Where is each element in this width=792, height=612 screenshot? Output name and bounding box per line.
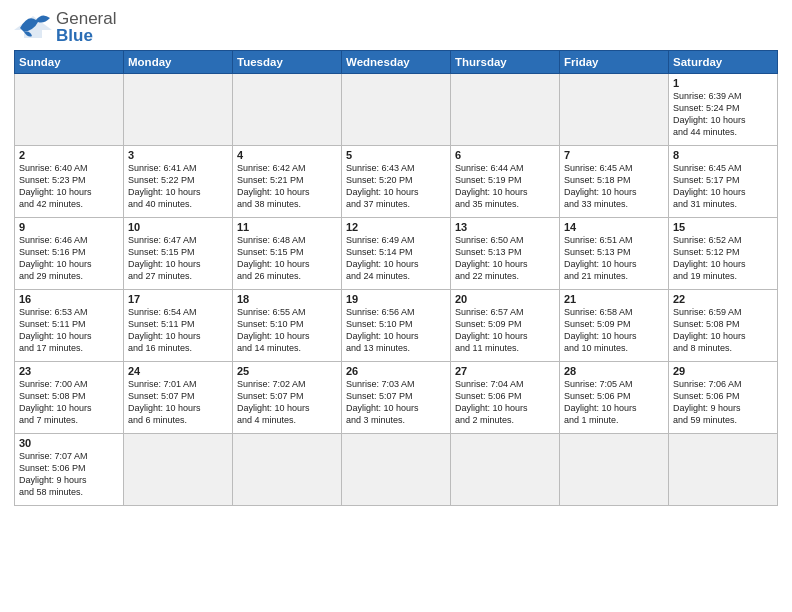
day-number: 18 [237, 293, 337, 305]
day-number: 26 [346, 365, 446, 377]
weekday-friday: Friday [560, 51, 669, 74]
day-number: 14 [564, 221, 664, 233]
day-number: 25 [237, 365, 337, 377]
week-row: 16Sunrise: 6:53 AM Sunset: 5:11 PM Dayli… [15, 290, 778, 362]
calendar-cell [124, 434, 233, 506]
day-number: 7 [564, 149, 664, 161]
calendar-cell: 25Sunrise: 7:02 AM Sunset: 5:07 PM Dayli… [233, 362, 342, 434]
cell-info: Sunrise: 6:40 AM Sunset: 5:23 PM Dayligh… [19, 162, 119, 211]
calendar-cell: 18Sunrise: 6:55 AM Sunset: 5:10 PM Dayli… [233, 290, 342, 362]
calendar-cell [560, 74, 669, 146]
cell-info: Sunrise: 7:00 AM Sunset: 5:08 PM Dayligh… [19, 378, 119, 427]
day-number: 2 [19, 149, 119, 161]
day-number: 24 [128, 365, 228, 377]
weekday-saturday: Saturday [669, 51, 778, 74]
calendar-cell: 14Sunrise: 6:51 AM Sunset: 5:13 PM Dayli… [560, 218, 669, 290]
logo-text: General Blue [14, 10, 116, 44]
calendar-cell: 16Sunrise: 6:53 AM Sunset: 5:11 PM Dayli… [15, 290, 124, 362]
cell-info: Sunrise: 6:53 AM Sunset: 5:11 PM Dayligh… [19, 306, 119, 355]
calendar-cell: 7Sunrise: 6:45 AM Sunset: 5:18 PM Daylig… [560, 146, 669, 218]
calendar-cell: 28Sunrise: 7:05 AM Sunset: 5:06 PM Dayli… [560, 362, 669, 434]
calendar-cell: 5Sunrise: 6:43 AM Sunset: 5:20 PM Daylig… [342, 146, 451, 218]
cell-info: Sunrise: 7:02 AM Sunset: 5:07 PM Dayligh… [237, 378, 337, 427]
cell-info: Sunrise: 6:41 AM Sunset: 5:22 PM Dayligh… [128, 162, 228, 211]
calendar-cell: 2Sunrise: 6:40 AM Sunset: 5:23 PM Daylig… [15, 146, 124, 218]
cell-info: Sunrise: 6:51 AM Sunset: 5:13 PM Dayligh… [564, 234, 664, 283]
day-number: 15 [673, 221, 773, 233]
day-number: 8 [673, 149, 773, 161]
logo-general: General [56, 10, 116, 27]
calendar-cell [560, 434, 669, 506]
day-number: 22 [673, 293, 773, 305]
cell-info: Sunrise: 6:50 AM Sunset: 5:13 PM Dayligh… [455, 234, 555, 283]
day-number: 29 [673, 365, 773, 377]
calendar-cell: 21Sunrise: 6:58 AM Sunset: 5:09 PM Dayli… [560, 290, 669, 362]
calendar-cell: 15Sunrise: 6:52 AM Sunset: 5:12 PM Dayli… [669, 218, 778, 290]
calendar-cell: 22Sunrise: 6:59 AM Sunset: 5:08 PM Dayli… [669, 290, 778, 362]
calendar-cell: 9Sunrise: 6:46 AM Sunset: 5:16 PM Daylig… [15, 218, 124, 290]
cell-info: Sunrise: 6:45 AM Sunset: 5:17 PM Dayligh… [673, 162, 773, 211]
calendar-cell [15, 74, 124, 146]
calendar-cell: 19Sunrise: 6:56 AM Sunset: 5:10 PM Dayli… [342, 290, 451, 362]
cell-info: Sunrise: 6:45 AM Sunset: 5:18 PM Dayligh… [564, 162, 664, 211]
day-number: 12 [346, 221, 446, 233]
day-number: 3 [128, 149, 228, 161]
calendar-cell: 29Sunrise: 7:06 AM Sunset: 5:06 PM Dayli… [669, 362, 778, 434]
calendar-cell: 13Sunrise: 6:50 AM Sunset: 5:13 PM Dayli… [451, 218, 560, 290]
cell-info: Sunrise: 6:57 AM Sunset: 5:09 PM Dayligh… [455, 306, 555, 355]
calendar-cell: 24Sunrise: 7:01 AM Sunset: 5:07 PM Dayli… [124, 362, 233, 434]
weekday-sunday: Sunday [15, 51, 124, 74]
calendar-cell [342, 74, 451, 146]
cell-info: Sunrise: 7:04 AM Sunset: 5:06 PM Dayligh… [455, 378, 555, 427]
day-number: 21 [564, 293, 664, 305]
day-number: 4 [237, 149, 337, 161]
calendar-cell: 30Sunrise: 7:07 AM Sunset: 5:06 PM Dayli… [15, 434, 124, 506]
calendar-cell: 12Sunrise: 6:49 AM Sunset: 5:14 PM Dayli… [342, 218, 451, 290]
day-number: 13 [455, 221, 555, 233]
day-number: 6 [455, 149, 555, 161]
cell-info: Sunrise: 6:44 AM Sunset: 5:19 PM Dayligh… [455, 162, 555, 211]
cell-info: Sunrise: 6:39 AM Sunset: 5:24 PM Dayligh… [673, 90, 773, 139]
calendar-cell: 23Sunrise: 7:00 AM Sunset: 5:08 PM Dayli… [15, 362, 124, 434]
calendar-cell [124, 74, 233, 146]
calendar-cell [669, 434, 778, 506]
page: General Blue SundayMondayTuesdayWednesda… [0, 0, 792, 612]
day-number: 19 [346, 293, 446, 305]
cell-info: Sunrise: 6:56 AM Sunset: 5:10 PM Dayligh… [346, 306, 446, 355]
calendar-cell: 3Sunrise: 6:41 AM Sunset: 5:22 PM Daylig… [124, 146, 233, 218]
weekday-thursday: Thursday [451, 51, 560, 74]
cell-info: Sunrise: 6:49 AM Sunset: 5:14 PM Dayligh… [346, 234, 446, 283]
cell-info: Sunrise: 6:42 AM Sunset: 5:21 PM Dayligh… [237, 162, 337, 211]
week-row: 23Sunrise: 7:00 AM Sunset: 5:08 PM Dayli… [15, 362, 778, 434]
weekday-wednesday: Wednesday [342, 51, 451, 74]
logo-blue-text: Blue [56, 27, 116, 44]
day-number: 10 [128, 221, 228, 233]
cell-info: Sunrise: 6:48 AM Sunset: 5:15 PM Dayligh… [237, 234, 337, 283]
cell-info: Sunrise: 6:55 AM Sunset: 5:10 PM Dayligh… [237, 306, 337, 355]
weekday-monday: Monday [124, 51, 233, 74]
cell-info: Sunrise: 7:07 AM Sunset: 5:06 PM Dayligh… [19, 450, 119, 499]
header: General Blue [14, 10, 778, 44]
weekday-tuesday: Tuesday [233, 51, 342, 74]
cell-info: Sunrise: 7:05 AM Sunset: 5:06 PM Dayligh… [564, 378, 664, 427]
calendar-cell: 27Sunrise: 7:04 AM Sunset: 5:06 PM Dayli… [451, 362, 560, 434]
cell-info: Sunrise: 6:46 AM Sunset: 5:16 PM Dayligh… [19, 234, 119, 283]
week-row: 1Sunrise: 6:39 AM Sunset: 5:24 PM Daylig… [15, 74, 778, 146]
day-number: 30 [19, 437, 119, 449]
day-number: 17 [128, 293, 228, 305]
calendar-cell: 20Sunrise: 6:57 AM Sunset: 5:09 PM Dayli… [451, 290, 560, 362]
cell-info: Sunrise: 6:47 AM Sunset: 5:15 PM Dayligh… [128, 234, 228, 283]
calendar-cell: 10Sunrise: 6:47 AM Sunset: 5:15 PM Dayli… [124, 218, 233, 290]
calendar-table: SundayMondayTuesdayWednesdayThursdayFrid… [14, 50, 778, 506]
calendar-cell: 11Sunrise: 6:48 AM Sunset: 5:15 PM Dayli… [233, 218, 342, 290]
calendar-cell: 8Sunrise: 6:45 AM Sunset: 5:17 PM Daylig… [669, 146, 778, 218]
cell-info: Sunrise: 7:03 AM Sunset: 5:07 PM Dayligh… [346, 378, 446, 427]
cell-info: Sunrise: 6:52 AM Sunset: 5:12 PM Dayligh… [673, 234, 773, 283]
calendar-cell: 1Sunrise: 6:39 AM Sunset: 5:24 PM Daylig… [669, 74, 778, 146]
calendar-cell [233, 74, 342, 146]
calendar-cell: 4Sunrise: 6:42 AM Sunset: 5:21 PM Daylig… [233, 146, 342, 218]
cell-info: Sunrise: 7:01 AM Sunset: 5:07 PM Dayligh… [128, 378, 228, 427]
calendar-cell [342, 434, 451, 506]
calendar-cell [451, 434, 560, 506]
day-number: 9 [19, 221, 119, 233]
